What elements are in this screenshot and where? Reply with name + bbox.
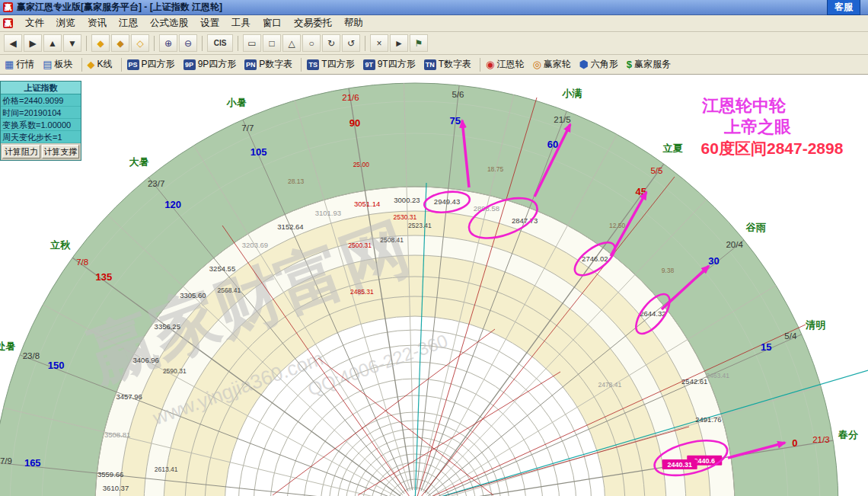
menu-item-browse[interactable]: 浏览: [50, 15, 81, 31]
menu-item-news[interactable]: 资讯: [81, 15, 113, 31]
mode-item-winner-wheel[interactable]: ◎赢家轮: [532, 58, 570, 71]
svg-text:立夏: 立夏: [662, 142, 684, 154]
step-row: 周天变化步长=1: [1, 131, 81, 143]
svg-text:21/6: 21/6: [342, 93, 359, 102]
menu-bar: 赢 文件浏览资讯江恩公式选股设置工具窗口交易委托帮助: [0, 15, 868, 32]
svg-text:2644.32: 2644.32: [640, 309, 665, 318]
menu-item-trading[interactable]: 交易委托: [288, 15, 338, 31]
toolbar-button[interactable]: ◀: [4, 34, 22, 52]
svg-text:7/7: 7/7: [241, 123, 254, 133]
mode-label: 赢家轮: [544, 58, 571, 71]
toolbar-separator: [154, 36, 155, 51]
menu-item-tools[interactable]: 工具: [225, 15, 257, 31]
mode-item-winner-service[interactable]: $赢家服务: [627, 58, 671, 71]
svg-text:25.00: 25.00: [353, 161, 370, 168]
svg-text:75: 75: [450, 115, 461, 126]
toolbar-button[interactable]: ⚑: [410, 34, 428, 52]
menu-item-formula-picker[interactable]: 公式选股: [144, 15, 194, 31]
svg-text:23/8: 23/8: [23, 351, 40, 360]
toolbar-button[interactable]: ⊖: [179, 34, 197, 52]
toolbar-button[interactable]: ►: [390, 34, 408, 52]
calc-support-button[interactable]: 计算支撑: [42, 145, 80, 158]
gann-wheel-icon: ◉: [486, 59, 494, 70]
mode-bar: ▦行情▤板块◆K线PSP四方形9P9P四方形PNP数字表TST四方形9T9T四方…: [0, 55, 868, 75]
svg-text:3356.25: 3356.25: [155, 322, 180, 331]
svg-text:2478.41: 2478.41: [598, 381, 621, 389]
mode-item-gann-wheel[interactable]: ◉江恩轮: [486, 58, 524, 71]
price-row: 价格=2440.9099: [1, 94, 81, 107]
svg-text:120: 120: [164, 199, 181, 210]
mode-item-t-square[interactable]: TST四方形: [307, 58, 354, 71]
svg-text:3051.14: 3051.14: [354, 200, 380, 208]
gann-wheel-chart[interactable]: 赢家财富网www.yingjia360.comQQ:4006-222-3609.…: [0, 75, 868, 496]
toolbar-separator: [365, 36, 365, 51]
toolbar-button[interactable]: ×: [370, 34, 388, 52]
menu-logo-icon: 赢: [3, 18, 13, 28]
mode-item-hexagon[interactable]: 六角形: [579, 58, 618, 71]
svg-text:谷雨: 谷雨: [745, 222, 767, 233]
toolbar-button[interactable]: ▶: [24, 34, 42, 52]
9p-square-icon: 9P: [183, 59, 196, 70]
window-title: 赢家江恩专业版[赢家服务平台] - [上证指数 江恩轮]: [17, 1, 222, 14]
mode-item-quotes[interactable]: ▦行情: [5, 58, 34, 71]
toolbar-separator: [202, 36, 203, 51]
p-square-icon: PS: [127, 59, 139, 70]
svg-text:2523.41: 2523.41: [408, 222, 432, 229]
toolbar-button[interactable]: □: [263, 34, 281, 52]
toolbar-button[interactable]: ↺: [342, 34, 360, 52]
toolbar-button[interactable]: ○: [302, 34, 321, 52]
toolbar-button[interactable]: ⊕: [159, 34, 177, 52]
svg-text:3152.64: 3152.64: [277, 222, 303, 231]
toolbar-button[interactable]: CIS: [207, 34, 233, 52]
mode-item-kline[interactable]: ◆K线: [88, 58, 113, 71]
svg-text:3101.93: 3101.93: [315, 209, 341, 217]
winner-wheel-icon: ◎: [532, 59, 541, 70]
svg-text:3203.69: 3203.69: [242, 241, 268, 249]
menu-item-file[interactable]: 文件: [19, 15, 50, 31]
svg-text:2542.61: 2542.61: [681, 377, 707, 386]
menu-item-help[interactable]: 帮助: [338, 15, 369, 31]
mode-item-t-table[interactable]: TNT数字表: [424, 58, 471, 71]
title-bar: 赢 赢家江恩专业版[赢家服务平台] - [上证指数 江恩轮] 客服: [0, 0, 868, 15]
toolbar-button[interactable]: ◆: [111, 34, 129, 52]
menu-item-settings[interactable]: 设置: [194, 15, 225, 31]
mode-item-sectors[interactable]: ▤板块: [43, 58, 72, 71]
svg-text:5/5: 5/5: [650, 166, 662, 175]
svg-text:春分: 春分: [838, 429, 859, 440]
svg-text:立秋: 立秋: [49, 239, 71, 251]
mode-item-p-square[interactable]: PSP四方形: [127, 58, 175, 71]
svg-text:2949.43: 2949.43: [434, 197, 460, 206]
index-info-panel: 上证指数 价格=2440.9099 时间=20190104 变换系数=1.000…: [0, 81, 81, 161]
menu-item-gann[interactable]: 江恩: [113, 15, 144, 31]
svg-text:2500.31: 2500.31: [348, 242, 372, 249]
svg-text:60度区间2847-2898: 60度区间2847-2898: [701, 139, 844, 157]
toolbar-button[interactable]: △: [282, 34, 301, 52]
toolbar-button[interactable]: ◆: [91, 34, 110, 52]
svg-text:12.50: 12.50: [609, 222, 626, 229]
svg-text:2530.31: 2530.31: [393, 213, 416, 221]
customer-service-button[interactable]: 客服: [827, 0, 860, 15]
svg-text:21/5: 21/5: [554, 115, 570, 124]
mode-item-p-table[interactable]: PNP数字表: [244, 58, 292, 71]
menu-item-window[interactable]: 窗口: [257, 15, 288, 31]
svg-text:2568.41: 2568.41: [218, 286, 241, 294]
wheel-annotations: 江恩轮中轮上帝之眼60度区间2847-2898: [701, 96, 844, 157]
svg-text:15: 15: [761, 341, 771, 353]
mode-item-9t-square[interactable]: 9T9T四方形: [363, 58, 416, 71]
toolbar-button[interactable]: ▲: [43, 34, 62, 52]
kline-icon: ◆: [88, 59, 95, 70]
mode-item-9p-square[interactable]: 9P9P四方形: [183, 58, 237, 71]
svg-text:3610.37: 3610.37: [103, 484, 129, 492]
svg-text:小满: 小满: [561, 88, 582, 99]
9t-square-icon: 9T: [363, 59, 375, 70]
svg-text:150: 150: [48, 360, 65, 371]
toolbar-button[interactable]: ▭: [243, 34, 261, 52]
svg-text:0: 0: [792, 437, 797, 449]
mode-label: T数字表: [439, 58, 471, 71]
calc-resistance-button[interactable]: 计算阻力: [2, 145, 40, 158]
svg-text:清明: 清明: [805, 319, 825, 331]
toolbar-button[interactable]: ▼: [63, 34, 81, 52]
sectors-icon: ▤: [43, 59, 52, 70]
toolbar-button[interactable]: ◇: [131, 34, 149, 52]
toolbar-button[interactable]: ↻: [322, 34, 340, 52]
